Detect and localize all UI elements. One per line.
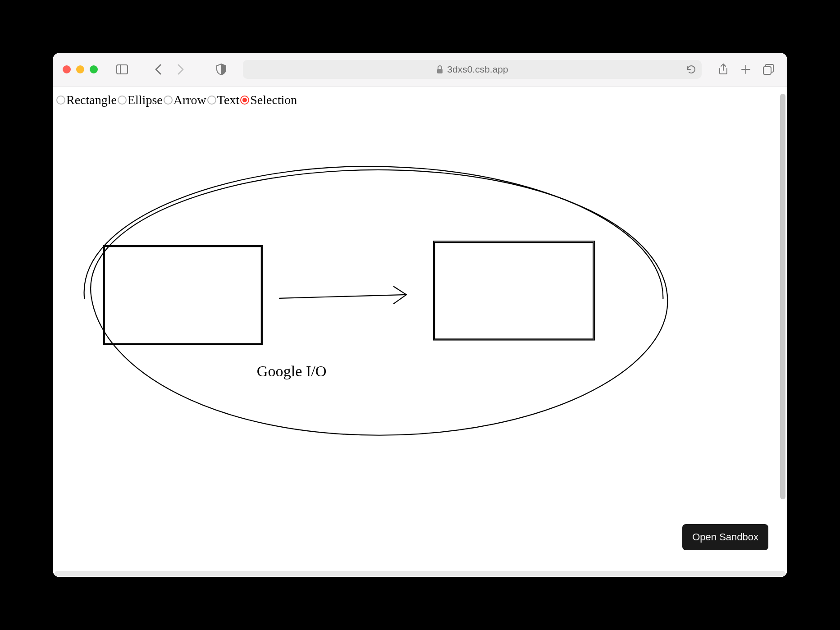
browser-window: 3dxs0.csb.app <box>53 53 787 577</box>
window-close-button[interactable] <box>63 65 71 73</box>
tool-text[interactable]: Text <box>207 93 239 107</box>
tool-ellipse[interactable]: Ellipse <box>118 93 163 107</box>
radio-icon <box>56 96 65 105</box>
radio-icon <box>240 96 249 105</box>
lock-icon <box>436 65 443 74</box>
svg-rect-2 <box>437 69 443 73</box>
address-bar-content: 3dxs0.csb.app <box>436 64 508 75</box>
page-content: Rectangle Ellipse Arrow Text Selection <box>53 87 787 577</box>
window-minimize-button[interactable] <box>76 65 84 73</box>
tabs-overview-button[interactable] <box>759 60 777 78</box>
shape-text[interactable]: Google I/O <box>257 363 327 379</box>
vertical-scrollbar[interactable] <box>780 94 785 499</box>
shape-arrow[interactable] <box>279 287 406 304</box>
canvas-svg: Google I/O <box>53 112 787 577</box>
address-bar[interactable]: 3dxs0.csb.app <box>243 60 702 79</box>
nav-forward-button[interactable] <box>172 60 190 78</box>
tool-label: Selection <box>250 93 297 107</box>
shape-ellipse[interactable] <box>84 166 668 435</box>
svg-line-8 <box>279 295 406 298</box>
svg-rect-7 <box>434 241 594 340</box>
tool-selection[interactable]: Selection <box>240 93 297 107</box>
address-url: 3dxs0.csb.app <box>447 64 508 75</box>
radio-icon <box>164 96 173 105</box>
sidebar-toggle-button[interactable] <box>113 60 131 78</box>
tool-arrow[interactable]: Arrow <box>164 93 206 107</box>
svg-rect-5 <box>763 67 771 74</box>
open-sandbox-button[interactable]: Open Sandbox <box>682 524 768 550</box>
svg-rect-6 <box>104 246 262 344</box>
tool-label: Rectangle <box>66 93 117 107</box>
drawing-canvas[interactable]: Google I/O <box>53 112 787 577</box>
share-button[interactable] <box>714 60 732 78</box>
privacy-shield-icon[interactable] <box>212 60 230 78</box>
traffic-lights <box>63 65 98 73</box>
shape-toolbar: Rectangle Ellipse Arrow Text Selection <box>53 87 787 109</box>
horizontal-scrollbar[interactable] <box>55 571 785 576</box>
svg-rect-0 <box>117 65 128 74</box>
new-tab-button[interactable] <box>737 60 755 78</box>
window-maximize-button[interactable] <box>90 65 98 73</box>
tool-label: Arrow <box>173 93 206 107</box>
browser-titlebar: 3dxs0.csb.app <box>53 53 787 87</box>
radio-icon <box>207 96 216 105</box>
radio-icon <box>118 96 127 105</box>
nav-back-button[interactable] <box>149 60 167 78</box>
tool-rectangle[interactable]: Rectangle <box>56 93 117 107</box>
shape-rectangle-right[interactable] <box>434 241 594 340</box>
reload-button[interactable] <box>686 64 696 74</box>
shape-rectangle-left[interactable] <box>104 246 262 344</box>
tool-label: Text <box>217 93 239 107</box>
tool-label: Ellipse <box>128 93 163 107</box>
